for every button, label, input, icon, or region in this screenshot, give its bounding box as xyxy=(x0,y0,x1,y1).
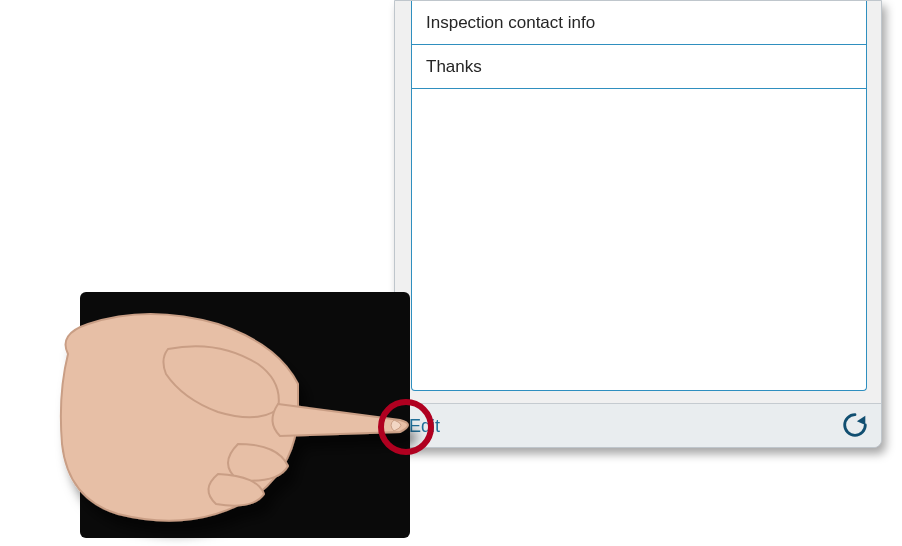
list-item[interactable]: Inspection contact info xyxy=(412,1,866,45)
mobile-panel: Inspection contact info Thanks Edit xyxy=(394,0,882,448)
bottom-toolbar: Edit xyxy=(395,403,881,447)
list-item[interactable]: Thanks xyxy=(412,45,866,89)
hand-shadow-backdrop xyxy=(80,292,410,538)
signature-list: Inspection contact info Thanks xyxy=(411,1,867,391)
refresh-icon xyxy=(840,410,870,440)
edit-button[interactable]: Edit xyxy=(409,404,440,448)
refresh-button[interactable] xyxy=(839,410,871,442)
